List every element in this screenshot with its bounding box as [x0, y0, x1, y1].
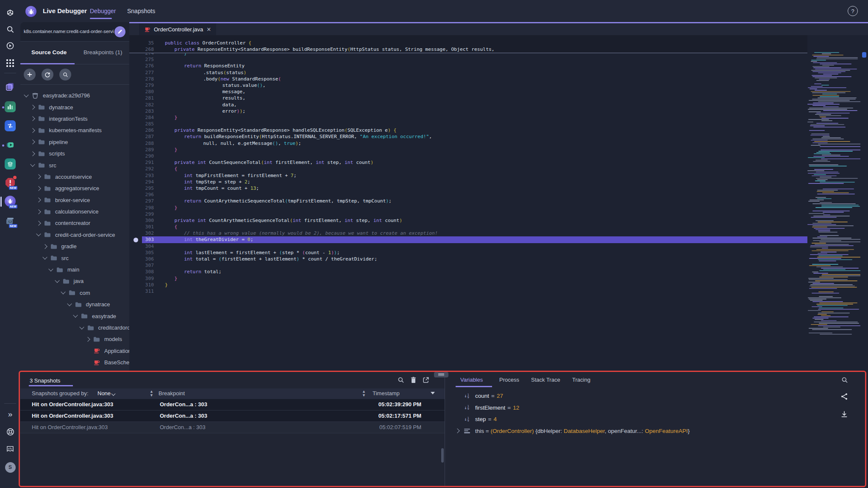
search-icon[interactable]: [5, 24, 16, 35]
usage-report-icon[interactable]: [5, 444, 16, 455]
chevron-right-icon[interactable]: [30, 105, 35, 109]
chevron-down-icon[interactable]: [67, 301, 72, 306]
column-breakpoint[interactable]: Breakpoint: [159, 390, 185, 396]
tree-item-main[interactable]: main: [20, 264, 129, 275]
tab-tracing[interactable]: Tracing: [572, 377, 590, 383]
snapshots-count-tab[interactable]: 3 Snapshots: [30, 377, 60, 384]
tree-item-aggregatorservice[interactable]: aggregatorservice: [20, 183, 129, 194]
code-line-287[interactable]: 287return buildResponseEntity(HttpStatus…: [129, 133, 807, 140]
panel-resize-handle[interactable]: [434, 372, 448, 377]
share-icon[interactable]: [840, 393, 848, 400]
sort-desc-icon[interactable]: [431, 392, 435, 394]
automations-app-icon[interactable]: [5, 139, 16, 150]
chevron-down-icon[interactable]: [55, 278, 59, 283]
code-line-294[interactable]: 294int tmpStep = step + 2;: [129, 179, 807, 185]
open-external-icon[interactable]: [423, 377, 429, 383]
tree-item-accountservice[interactable]: accountservice: [20, 171, 129, 183]
chevron-down-icon[interactable]: [42, 255, 47, 259]
tree-item-src[interactable]: src: [20, 159, 129, 171]
chevron-right-icon[interactable]: [30, 116, 35, 121]
tab-variables[interactable]: Variables: [460, 377, 483, 383]
tree-item-easytrade[interactable]: easytrade: [20, 310, 129, 322]
code-line-280[interactable]: 280message,: [129, 89, 807, 95]
code-line-305[interactable]: 305int lastElement = firstElement + (ste…: [129, 250, 807, 256]
code-line-288[interactable]: 288null, null, e.getMessage(), true);: [129, 140, 807, 147]
chevron-right-icon[interactable]: [30, 140, 35, 144]
variable-row-count[interactable]: ↓19count=27: [446, 390, 836, 402]
tree-item-integrationtests[interactable]: integrationTests: [20, 113, 129, 125]
chevron-right-icon[interactable]: [36, 175, 41, 179]
close-tab-icon[interactable]: ✕: [206, 26, 211, 33]
editor-scrollbar[interactable]: [861, 51, 867, 365]
tab-breakpoints[interactable]: Breakpoints (1): [83, 49, 122, 55]
code-line-303[interactable]: 303int theGreatDivider = 0;: [129, 236, 807, 243]
code-line-285[interactable]: 285: [129, 121, 807, 127]
code-line-283[interactable]: 283error));: [129, 108, 807, 114]
code-line-299[interactable]: 299: [129, 211, 807, 217]
code-line-277[interactable]: 277.status(status): [129, 69, 807, 76]
code-line-275[interactable]: 275: [129, 56, 807, 63]
refresh-button[interactable]: [42, 69, 53, 80]
tree-item-broker-service[interactable]: broker-service: [20, 194, 129, 206]
code-line-279[interactable]: 279status.value(),: [129, 82, 807, 89]
code-line-293[interactable]: 293int tmpFirstElement = firstElement + …: [129, 172, 807, 179]
tree-item-kubernetes-manifests[interactable]: kubernetes-manifests: [20, 125, 129, 136]
edit-filter-button[interactable]: [114, 26, 125, 37]
chevron-down-icon[interactable]: [111, 392, 116, 396]
chevron-right-icon[interactable]: [42, 244, 47, 249]
tree-item-application-java[interactable]: Application.java: [20, 345, 129, 357]
search-variables-icon[interactable]: [841, 377, 848, 385]
chevron-down-icon[interactable]: [73, 313, 78, 317]
dynatrace-logo-icon[interactable]: [5, 7, 16, 18]
code-line-289[interactable]: 289}: [129, 147, 807, 153]
sort-timestamp-icon[interactable]: ▲▼: [362, 390, 366, 397]
clouds-app-icon[interactable]: [5, 81, 16, 92]
code-line-284[interactable]: 284}: [129, 114, 807, 121]
code-line-295[interactable]: 295int tmpCount = count + 13;: [129, 185, 807, 191]
code-line-309[interactable]: 309}: [129, 275, 807, 282]
code-line-308[interactable]: 308return total;: [129, 269, 807, 275]
code-line-311[interactable]: 311: [129, 288, 807, 294]
grouped-by-dropdown[interactable]: None: [97, 390, 111, 396]
tree-item-pipeline[interactable]: pipeline: [20, 136, 129, 148]
variable-row-this[interactable]: this = (OrderController) {dbHelper: Data…: [446, 425, 836, 437]
column-timestamp[interactable]: Timestamp: [373, 390, 400, 396]
services-app-icon[interactable]: NEW: [5, 215, 16, 226]
apps-grid-icon[interactable]: [5, 58, 16, 69]
snapshots-scrollbar-thumb[interactable]: [441, 448, 444, 463]
tree-item-com[interactable]: com: [20, 287, 129, 299]
tree-item-scripts[interactable]: scripts: [20, 148, 129, 159]
chevron-down-icon[interactable]: [36, 232, 41, 236]
tab-stack-trace[interactable]: Stack Trace: [531, 377, 560, 383]
code-line-302[interactable]: 302// this has a wrong value (normally w…: [129, 230, 807, 236]
code-line-276[interactable]: 276return ResponseEntity: [129, 63, 807, 69]
chevron-down-icon[interactable]: [24, 92, 28, 97]
tree-item-models[interactable]: models: [20, 333, 129, 345]
support-icon[interactable]: [5, 426, 16, 437]
chevron-right-icon[interactable]: [36, 198, 41, 202]
filter-query[interactable]: k8s.container.name:credit-card-order-ser…: [24, 29, 114, 34]
code-line-304[interactable]: 304: [129, 243, 807, 250]
tree-item-credit-card-order-service[interactable]: credit-card-order-service: [20, 229, 129, 241]
dashboards-app-icon[interactable]: [5, 101, 16, 112]
minimap[interactable]: [807, 52, 860, 340]
snapshot-row-2[interactable]: Hit on OrderController.java:303OrderCon.…: [20, 410, 445, 422]
code-line-296[interactable]: 296: [129, 191, 807, 198]
variable-row-firstElement[interactable]: ↓19firstElement=12: [446, 402, 836, 414]
chevron-right-icon[interactable]: [36, 209, 41, 214]
tab-snapshots[interactable]: Snapshots: [127, 8, 155, 14]
variable-row-step[interactable]: ↓19step=4: [446, 413, 836, 425]
tree-item-creditcardorderserv[interactable]: creditcardorderserv: [20, 322, 129, 333]
tree-item-src[interactable]: src: [20, 252, 129, 263]
snapshot-row-1[interactable]: Hit on OrderController.java:303OrderCon.…: [20, 399, 445, 410]
tree-item-calculationservice[interactable]: calculationservice: [20, 206, 129, 217]
search-files-button[interactable]: [59, 69, 71, 80]
tree-item-gradle[interactable]: gradle: [20, 241, 129, 252]
add-source-button[interactable]: [24, 69, 36, 80]
tab-process[interactable]: Process: [499, 377, 519, 383]
code-area[interactable]: 274}275276return ResponseEntity277.statu…: [129, 35, 868, 373]
tree-item-contentcreator[interactable]: contentcreator: [20, 217, 129, 229]
code-line-286[interactable]: 286private ResponseEntity<StandardRespon…: [129, 127, 807, 133]
snapshot-row-3[interactable]: Hit on OrderController.java:303OrderCon.…: [20, 422, 445, 433]
layers-app-icon[interactable]: [5, 158, 16, 169]
